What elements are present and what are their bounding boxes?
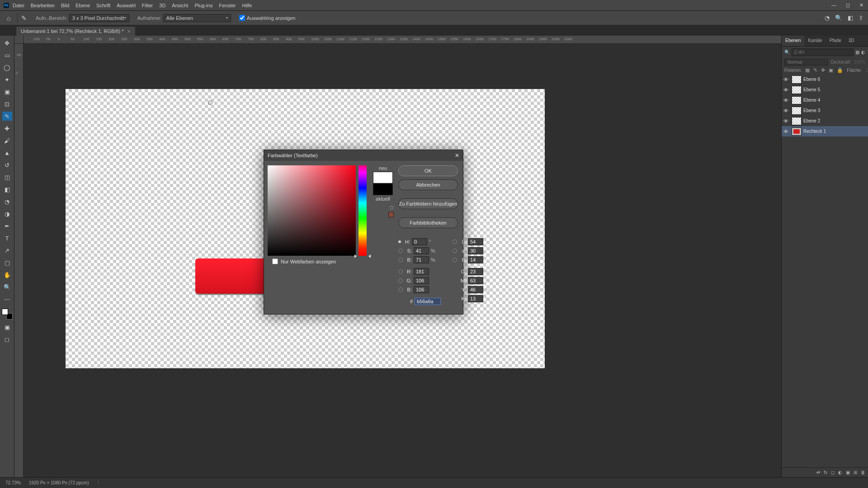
edit-toolbar-icon[interactable]: ⋯ xyxy=(2,295,12,304)
menu-fenster[interactable]: Fenster xyxy=(219,3,236,8)
type-tool-icon[interactable]: T xyxy=(2,234,12,243)
hand-tool-icon[interactable]: ✋ xyxy=(2,270,12,279)
layer-thumbnail[interactable] xyxy=(792,96,802,104)
link-layers-icon[interactable]: ⇄ xyxy=(816,470,820,475)
menu-3d[interactable]: 3D xyxy=(159,3,165,8)
y-input[interactable] xyxy=(468,286,483,293)
current-color-swatch[interactable] xyxy=(373,183,393,195)
search-icon[interactable]: 🔍 xyxy=(784,50,790,55)
layer-name[interactable]: Ebene 3 xyxy=(803,108,820,113)
lock-all-icon[interactable]: 🔒 xyxy=(837,67,843,73)
path-tool-icon[interactable]: ↗ xyxy=(2,246,12,255)
k-input[interactable] xyxy=(468,295,483,302)
opacity-value[interactable]: 100% xyxy=(854,60,865,65)
doc-info[interactable]: 1920 Px × 1080 Px (72 ppcm) xyxy=(29,480,89,485)
menu-hilfe[interactable]: Hilfe xyxy=(242,3,252,8)
close-tab-icon[interactable]: ✕ xyxy=(127,29,131,34)
saturation-value-field[interactable] xyxy=(268,165,356,256)
dodge-tool-icon[interactable]: ◑ xyxy=(2,209,12,218)
sample-source-dropdown[interactable]: Alle Ebenen▾ xyxy=(163,14,231,22)
lock-artboard-icon[interactable]: ▣ xyxy=(829,67,833,73)
frame-tool-icon[interactable]: ⊡ xyxy=(2,99,12,108)
visibility-icon[interactable]: 👁 xyxy=(783,108,790,113)
menu-filter[interactable]: Filter xyxy=(142,3,153,8)
cloud-docs-icon[interactable]: ◔ xyxy=(825,14,830,21)
screen-mode-icon[interactable]: ◻ xyxy=(2,335,12,344)
move-tool-icon[interactable]: ✥ xyxy=(2,38,12,47)
color-libraries-button[interactable]: Farbbibliotheken xyxy=(398,217,458,228)
layer-name[interactable]: Rechteck 1 xyxy=(803,129,826,134)
workspace-icon[interactable]: ◧ xyxy=(848,14,853,21)
layer-thumbnail[interactable] xyxy=(792,107,802,115)
lock-position-icon[interactable]: ✥ xyxy=(821,67,825,73)
layer-row[interactable]: 👁Rechteck 1 xyxy=(782,126,868,136)
bv-radio[interactable] xyxy=(398,258,403,262)
window-restore-icon[interactable]: ◻ xyxy=(841,2,854,8)
doc-info-chevron-icon[interactable]: 〉 xyxy=(97,480,102,486)
tab-ebenen[interactable]: Ebenen xyxy=(782,36,804,46)
layer-name[interactable]: Ebene 4 xyxy=(803,98,820,103)
hue-slider[interactable] xyxy=(359,165,367,256)
bv-input[interactable] xyxy=(414,256,429,263)
dialog-titlebar[interactable]: Farbwähler (Textfarbe) ✕ xyxy=(264,150,463,161)
r-radio[interactable] xyxy=(398,269,403,274)
menu-bearbeiten[interactable]: Bearbeiten xyxy=(31,3,55,8)
eyedropper-tool-icon[interactable]: ✎ xyxy=(21,14,31,22)
ok-button[interactable]: OK xyxy=(398,165,458,176)
bb-input[interactable] xyxy=(414,286,429,293)
g-radio[interactable] xyxy=(398,278,403,283)
web-colors-checkbox[interactable] xyxy=(272,258,278,264)
m-input[interactable] xyxy=(468,277,483,284)
window-close-icon[interactable]: ✕ xyxy=(854,2,868,8)
document-tab[interactable]: Unbenannt-1 bei 72,7% (Rechteck 1, RGB/8… xyxy=(16,27,135,36)
visibility-icon[interactable]: 👁 xyxy=(783,129,790,134)
gradient-tool-icon[interactable]: ◧ xyxy=(2,185,12,194)
bb-radio[interactable] xyxy=(398,287,403,292)
cancel-button[interactable]: Abbrechen xyxy=(398,179,458,190)
blur-tool-icon[interactable]: ◔ xyxy=(2,197,12,206)
lasso-tool-icon[interactable]: ◯ xyxy=(2,63,12,72)
b2-input[interactable] xyxy=(468,256,483,263)
eraser-tool-icon[interactable]: ◫ xyxy=(2,173,12,182)
lock-transparency-icon[interactable]: ▦ xyxy=(805,67,810,73)
show-ring-checkbox[interactable] xyxy=(239,15,245,21)
tab-3d[interactable]: 3D xyxy=(845,36,858,46)
visibility-icon[interactable]: 👁 xyxy=(783,87,790,93)
search-icon[interactable]: 🔍 xyxy=(835,14,842,21)
pen-tool-icon[interactable]: ✒ xyxy=(2,221,12,230)
zoom-level[interactable]: 72.73% xyxy=(5,480,21,485)
hex-input[interactable] xyxy=(415,298,441,305)
new-layer-icon[interactable]: ⊞ xyxy=(854,470,857,475)
layer-mask-icon[interactable]: ◻ xyxy=(831,470,835,475)
delete-layer-icon[interactable]: 🗑 xyxy=(861,470,865,475)
history-brush-icon[interactable]: ↺ xyxy=(2,160,12,169)
marquee-tool-icon[interactable]: ▭ xyxy=(2,51,12,60)
menu-bild[interactable]: Bild xyxy=(61,3,69,8)
layer-row[interactable]: 👁Ebene 3 xyxy=(782,105,868,116)
crop-tool-icon[interactable]: ▣ xyxy=(2,87,12,96)
group-icon[interactable]: ▣ xyxy=(846,470,850,475)
visibility-icon[interactable]: 👁 xyxy=(783,118,790,124)
tab-pfade[interactable]: Pfade xyxy=(826,36,845,46)
dialog-close-icon[interactable]: ✕ xyxy=(455,152,459,159)
eyedropper-tool-icon[interactable]: ✎ xyxy=(2,112,12,121)
s-radio[interactable] xyxy=(398,249,403,253)
l-input[interactable] xyxy=(468,238,483,245)
mask-mode-icon[interactable]: ▣ xyxy=(2,323,12,332)
heal-tool-icon[interactable]: ✚ xyxy=(2,124,12,133)
layer-filter-input[interactable] xyxy=(792,48,854,56)
share-icon[interactable]: ⇧ xyxy=(859,14,863,21)
c-input[interactable] xyxy=(468,268,483,275)
a-radio[interactable] xyxy=(453,249,457,253)
layer-row[interactable]: 👁Ebene 5 xyxy=(782,84,868,95)
home-icon[interactable]: ⌂ xyxy=(4,14,14,22)
adjustment-layer-icon[interactable]: ◐ xyxy=(838,470,842,475)
layer-thumbnail[interactable] xyxy=(792,127,802,136)
filter-image-icon[interactable]: ▦ xyxy=(855,50,859,55)
layer-row[interactable]: 👁Ebene 2 xyxy=(782,116,868,126)
wand-tool-icon[interactable]: ✦ xyxy=(2,75,12,84)
fill-value[interactable]: 100% xyxy=(865,68,868,73)
sample-size-dropdown[interactable]: 3 x 3 Pixel Durchschnitt▾ xyxy=(69,14,129,22)
layer-name[interactable]: Ebene 2 xyxy=(803,118,820,123)
menu-datei[interactable]: Datei xyxy=(13,3,24,8)
